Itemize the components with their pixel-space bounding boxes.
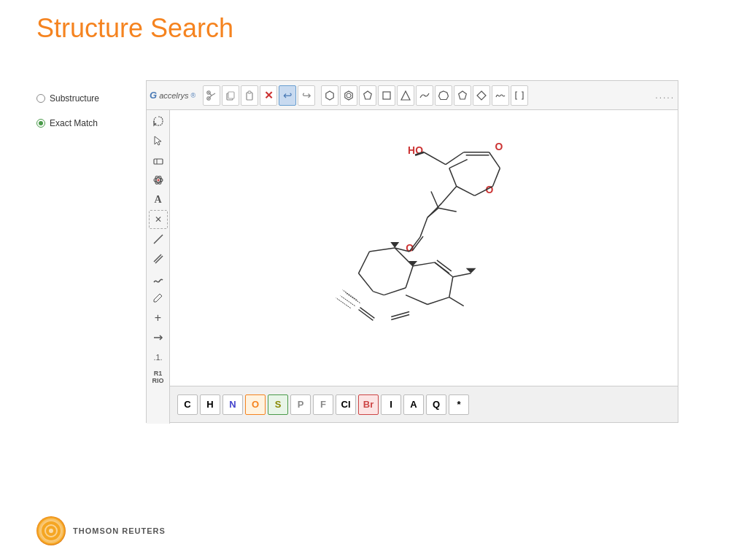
- rgroup-tool-btn[interactable]: R1RIO: [149, 368, 168, 386]
- chain-button[interactable]: [416, 85, 433, 106]
- svg-point-18: [157, 179, 159, 182]
- svg-point-77: [45, 525, 57, 537]
- svg-line-50: [449, 277, 453, 298]
- svg-line-28: [424, 152, 446, 165]
- atom-Br[interactable]: Br: [358, 394, 379, 415]
- svg-line-33: [492, 168, 500, 187]
- molecule-structure: O HO O O: [170, 110, 678, 386]
- atom-O[interactable]: O: [245, 394, 266, 415]
- left-tools-panel: A ✕ + .1.: [147, 110, 170, 424]
- atom-A[interactable]: A: [403, 394, 424, 415]
- query-tool-btn[interactable]: ✕: [149, 210, 168, 229]
- atom-P[interactable]: P: [290, 394, 311, 415]
- bracket-button[interactable]: [511, 85, 528, 106]
- square-button[interactable]: [378, 85, 395, 106]
- redo-button[interactable]: ↪: [298, 85, 315, 106]
- structure-editor: G accelrys ® ✕ ↩ ↪: [146, 80, 678, 423]
- double-bond-tool[interactable]: [149, 249, 168, 268]
- svg-line-61: [427, 208, 438, 217]
- svg-marker-9: [401, 91, 410, 100]
- drawing-canvas[interactable]: O HO O O: [170, 110, 678, 386]
- svg-point-6: [347, 93, 351, 98]
- svg-marker-12: [477, 91, 486, 100]
- svg-marker-57: [466, 268, 476, 273]
- copy-button[interactable]: [222, 85, 239, 106]
- paste-button[interactable]: [241, 85, 258, 106]
- triangle-button[interactable]: [397, 85, 414, 106]
- logo-registered: ®: [190, 92, 196, 99]
- atom-F[interactable]: F: [313, 394, 333, 415]
- company-name: THOMSON REUTERS: [73, 526, 166, 535]
- atom-N[interactable]: N: [222, 394, 243, 415]
- svg-marker-5: [345, 91, 352, 100]
- svg-line-35: [457, 186, 475, 195]
- radio-exact-match[interactable]: Exact Match: [36, 118, 99, 128]
- page-title: Structure Search: [36, 13, 233, 44]
- text-tool-btn[interactable]: A: [149, 190, 168, 209]
- svg-marker-11: [459, 91, 467, 99]
- svg-line-46: [384, 288, 406, 295]
- diamond-button[interactable]: [473, 85, 490, 106]
- delete-button[interactable]: ✕: [260, 85, 277, 106]
- atom-H[interactable]: H: [200, 394, 220, 415]
- atom-bar: C H N O S P F Cl Br I A Q *: [170, 386, 678, 422]
- svg-line-51: [427, 298, 449, 305]
- svg-line-66: [346, 293, 360, 303]
- svg-line-62: [438, 208, 457, 211]
- svg-point-76: [41, 521, 61, 541]
- number-tool-btn[interactable]: .1.: [149, 348, 168, 367]
- toolbar-more-indicator: .....: [655, 90, 675, 101]
- atom-S[interactable]: S: [268, 394, 288, 415]
- svg-line-72: [391, 314, 409, 319]
- atom-Cl[interactable]: Cl: [336, 394, 356, 415]
- erase-tool-btn[interactable]: [149, 151, 168, 170]
- charge-plus-tool[interactable]: +: [149, 308, 168, 327]
- ring5-button[interactable]: [454, 85, 471, 106]
- svg-line-68: [336, 298, 351, 308]
- single-bond-tool[interactable]: [149, 230, 168, 249]
- lasso-select-tool[interactable]: [149, 112, 168, 131]
- svg-line-52: [406, 295, 427, 305]
- svg-marker-4: [326, 91, 333, 100]
- atom-Q[interactable]: Q: [426, 394, 446, 415]
- svg-rect-1: [228, 92, 234, 98]
- pen-tool[interactable]: [149, 289, 168, 308]
- pentagon-button[interactable]: [359, 85, 376, 106]
- select-arrow-tool[interactable]: [149, 131, 168, 150]
- svg-line-56: [453, 273, 471, 277]
- top-toolbar: G accelrys ® ✕ ↩ ↪: [147, 81, 678, 110]
- cyclohexane-button[interactable]: [321, 85, 338, 106]
- svg-line-55: [449, 298, 464, 306]
- svg-line-22: [160, 294, 162, 296]
- cut-button[interactable]: [203, 85, 220, 106]
- radio-panel: Substructure Exact Match: [36, 93, 99, 128]
- atom-I[interactable]: I: [381, 394, 401, 415]
- wavy-bond-tool[interactable]: [149, 269, 168, 288]
- svg-line-32: [489, 152, 500, 168]
- svg-line-47: [373, 292, 384, 295]
- arrow-tool-btn[interactable]: [149, 328, 168, 347]
- logo-g-icon: G: [150, 90, 157, 101]
- atom-wildcard[interactable]: *: [449, 394, 469, 415]
- atom-C[interactable]: C: [177, 394, 198, 415]
- accelrys-logo: G accelrys ®: [150, 90, 196, 101]
- svg-line-42: [359, 252, 370, 273]
- svg-line-36: [449, 168, 457, 187]
- svg-line-48: [413, 262, 435, 266]
- svg-line-71: [391, 311, 409, 316]
- radio-exact-match-label: Exact Match: [50, 118, 98, 128]
- radio-substructure-circle: [36, 94, 45, 103]
- radio-substructure-label: Substructure: [50, 93, 99, 104]
- ring7-button[interactable]: [435, 85, 452, 106]
- thomson-reuters-logo-icon: [36, 516, 66, 545]
- radio-substructure[interactable]: Substructure: [36, 93, 99, 104]
- atom-tool-btn[interactable]: [149, 171, 168, 190]
- svg-line-63: [431, 191, 438, 208]
- svg-marker-73: [390, 242, 399, 248]
- wave-button[interactable]: [492, 85, 509, 106]
- logo-accelrys-text: accelrys: [159, 91, 188, 100]
- benzene-button[interactable]: [340, 85, 357, 106]
- svg-line-45: [406, 266, 413, 288]
- radio-exact-match-circle: [36, 119, 45, 128]
- undo-button[interactable]: ↩: [279, 85, 296, 106]
